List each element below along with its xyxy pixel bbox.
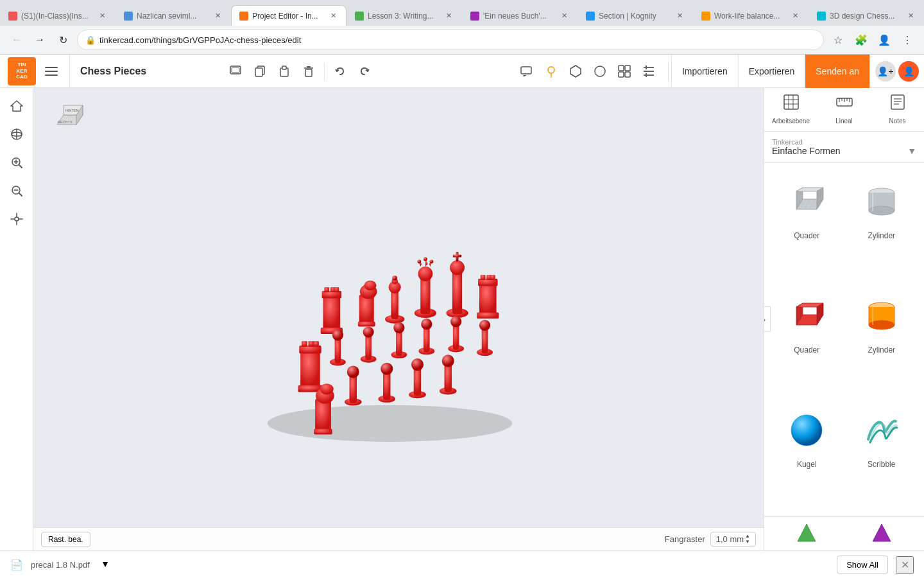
browser-tab-tab6[interactable]: Section | Kognity ✕ [578, 5, 693, 26]
delete-tool-button[interactable] [297, 60, 320, 83]
hexagon-tool-button[interactable] [564, 60, 587, 83]
shape-kugel-blue[interactable]: Kugel [772, 399, 842, 509]
svg-rect-113 [302, 341, 307, 347]
tab-close-button[interactable]: ✕ [559, 11, 569, 21]
tab-notes[interactable]: Notes [871, 88, 924, 131]
svg-rect-114 [309, 341, 314, 347]
fangraster-number: 1,0 mm [716, 534, 744, 544]
zoom-in-button[interactable] [4, 150, 30, 175]
show-all-button[interactable]: Show All [837, 556, 888, 574]
svg-point-67 [424, 258, 427, 261]
tab-favicon [124, 12, 133, 21]
svg-rect-116 [315, 399, 331, 433]
svg-rect-120 [784, 95, 798, 109]
browser-tab-tab2[interactable]: Nazlican seviml... ✕ [116, 5, 231, 26]
tab-close-button[interactable]: ✕ [97, 11, 107, 21]
circle-tool-button[interactable] [588, 60, 612, 83]
svg-marker-23 [11, 101, 22, 111]
svg-rect-15 [619, 66, 624, 71]
bottom-bar-actions: Show All ✕ [837, 556, 914, 574]
project-title: Chess Pieces [70, 66, 219, 77]
dismiss-button[interactable]: ✕ [896, 556, 914, 574]
browser-chrome: (S1)(In-Class)(Ins... ✕ Nazlican seviml.… [0, 0, 924, 55]
back-button[interactable]: ← [8, 31, 26, 49]
hamburger-menu-button[interactable] [41, 61, 62, 82]
shapes-dropdown: Tinkercad Einfache Formen ▼ [764, 132, 924, 163]
profile-button[interactable]: 👤 [875, 31, 893, 49]
viewport-bottom-bar: Rast. bea. Fangraster 1,0 mm ▲ ▼ [33, 527, 764, 550]
shape-scribble[interactable]: Scribble [847, 399, 917, 509]
svg-point-68 [430, 259, 434, 263]
menu-button[interactable]: ⋮ [898, 31, 916, 49]
dropdown-value: Einfache Formen [772, 146, 841, 156]
browser-tab-tab5[interactable]: 'Ein neues Buch'... ✕ [462, 5, 578, 26]
browser-tab-tab8[interactable]: 3D design Chess... ✕ [809, 5, 924, 26]
tab-favicon [817, 12, 826, 21]
tab-close-button[interactable]: ✕ [443, 11, 454, 21]
select-tool-button[interactable] [224, 60, 247, 83]
forward-button[interactable]: → [31, 31, 49, 49]
address-input[interactable]: 🔒 tinkercad.com/things/bGrVGPPoJAc-chess… [77, 30, 824, 50]
hamburger-line [45, 74, 58, 76]
svg-point-103 [381, 363, 393, 375]
browser-tab-tab7[interactable]: Work-life balance... ✕ [693, 5, 809, 26]
tab-arbeitsebene[interactable]: Arbeitsebene [764, 88, 817, 131]
svg-point-106 [411, 358, 424, 371]
tab-close-button[interactable]: ✕ [212, 11, 223, 21]
shape-zylinder-grey[interactable]: Zylinder [847, 171, 917, 280]
undo-button[interactable] [329, 60, 352, 83]
tab-close-button[interactable]: ✕ [328, 11, 338, 21]
shape-quader-grey[interactable]: Quader [772, 171, 842, 280]
bookmark-button[interactable]: ☆ [829, 31, 847, 49]
redo-button[interactable] [353, 60, 376, 83]
hint-button[interactable] [540, 60, 563, 83]
shape-quader-red[interactable]: Quader [772, 285, 842, 394]
svg-point-14 [595, 66, 605, 76]
svg-line-32 [19, 193, 22, 196]
svg-point-88 [394, 322, 405, 333]
fangraster-value[interactable]: 1,0 mm ▲ ▼ [710, 532, 756, 547]
orbit-button[interactable] [4, 121, 30, 147]
align-button[interactable] [637, 60, 660, 83]
comment-button[interactable] [515, 60, 538, 83]
browser-tab-tab3[interactable]: Project Editor - In... ✕ [231, 5, 346, 26]
svg-marker-138 [817, 188, 823, 209]
home-view-button[interactable] [4, 93, 30, 119]
exportieren-button[interactable]: Exportieren [738, 55, 805, 88]
expand-button[interactable]: ▲ [98, 557, 113, 573]
zoom-out-button[interactable] [4, 178, 30, 204]
tab-close-button[interactable]: ✕ [905, 11, 916, 21]
svg-rect-51 [359, 295, 374, 326]
svg-rect-119 [314, 429, 332, 435]
svg-rect-9 [521, 67, 531, 74]
orientation-cube[interactable]: RECHTS HINTEN [41, 96, 92, 150]
user-profile-button[interactable]: 👤 [898, 61, 919, 82]
shape-zylinder-orange[interactable]: Zylinder [847, 285, 917, 394]
svg-rect-84 [366, 335, 372, 360]
importieren-button[interactable]: Importieren [671, 55, 738, 88]
panel-collapse-button[interactable]: › [764, 306, 771, 332]
download-bar: 📄 precal 1.8 N.pdf ▲ Show All ✕ [0, 550, 924, 578]
reload-button[interactable]: ↻ [54, 31, 72, 49]
svg-point-100 [347, 366, 359, 378]
browser-tab-tab1[interactable]: (S1)(In-Class)(Ins... ✕ [0, 5, 116, 26]
fangraster-arrow-up[interactable]: ▲ ▼ [745, 534, 750, 545]
group-button[interactable] [613, 60, 636, 83]
tab-favicon [470, 12, 479, 21]
browser-tab-tab4[interactable]: Lesson 3: Writing... ✕ [346, 5, 462, 26]
tab-close-button[interactable]: ✕ [790, 11, 800, 21]
hamburger-line [45, 67, 58, 68]
tab-lineal[interactable]: Lineal [817, 88, 871, 131]
viewport[interactable]: RECHTS HINTEN [33, 88, 764, 550]
extensions-button[interactable]: 🧩 [852, 31, 870, 49]
fit-view-button[interactable] [4, 206, 30, 232]
paste-tool-button[interactable] [273, 60, 296, 83]
tab-close-button[interactable]: ✕ [674, 11, 685, 21]
rast-bea-button[interactable]: Rast. bea. [41, 532, 90, 547]
senden-an-button[interactable]: Senden an [805, 55, 869, 88]
copy-tool-button[interactable] [248, 60, 271, 83]
dropdown-select[interactable]: Einfache Formen ▼ [772, 146, 916, 156]
svg-rect-54 [358, 322, 375, 327]
svg-rect-77 [481, 275, 486, 280]
add-user-button[interactable]: 👤+ [875, 61, 896, 82]
